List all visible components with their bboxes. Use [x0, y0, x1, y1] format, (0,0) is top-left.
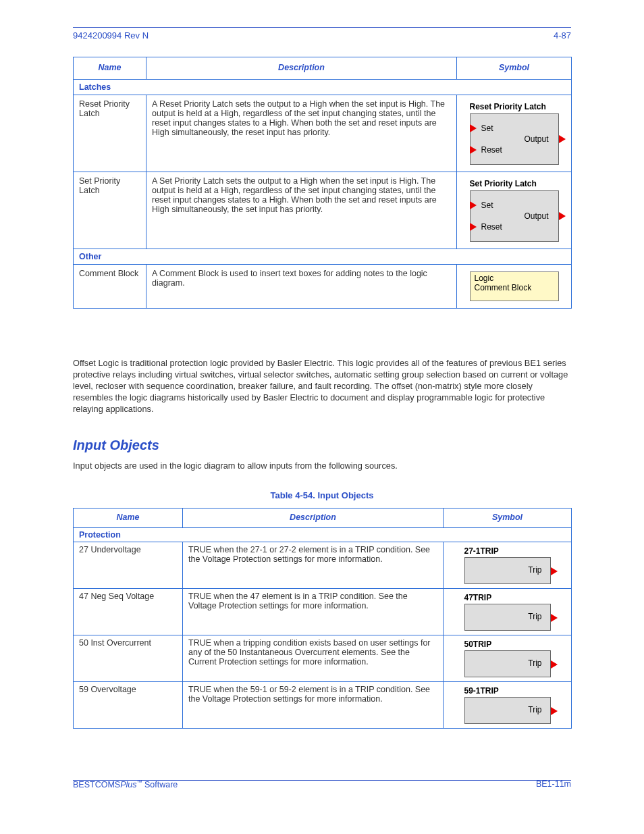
cell-desc: TRUE when the 27-1 or 27-2 element is in… — [183, 542, 444, 589]
set-priority-latch-symbol: Set Priority Latch Set Reset Output — [470, 179, 559, 242]
col-symbol: Symbol — [457, 57, 572, 80]
trip-label: Trip — [528, 565, 541, 575]
trip-symbol-59: 59-1TRIP Trip — [464, 686, 551, 724]
cell-symbol: 50TRIP Trip — [444, 635, 572, 682]
footer-left: BESTCOMSPlus™ Software — [73, 779, 178, 789]
symbol-title: Set Priority Latch — [470, 179, 559, 188]
group-latches: Latches — [74, 80, 572, 95]
input-reset-label: Reset — [481, 145, 502, 155]
cell-desc: TRUE when the 59-1 or 59-2 element is in… — [183, 682, 444, 729]
symbol-title: 47TRIP — [464, 593, 551, 602]
trip-symbol-47: 47TRIP Trip — [464, 593, 551, 631]
cell-symbol: 59-1TRIP Trip — [444, 682, 572, 729]
offset-logic-paragraph: Offset Logic is traditional protection l… — [73, 358, 571, 415]
triangle-icon — [470, 124, 477, 132]
trip-label: Trip — [528, 612, 541, 621]
col-symbol: Symbol — [444, 509, 572, 528]
cell-name: 27 Undervoltage — [74, 542, 183, 589]
triangle-icon — [551, 567, 558, 575]
trip-box: Trip — [464, 557, 551, 584]
col-desc: Description — [183, 509, 444, 528]
cell-name: Comment Block — [74, 265, 146, 309]
cell-symbol: Reset Priority Latch Set Reset Output — [457, 95, 572, 172]
footer-right: BE1-11m — [536, 779, 571, 789]
table-row: 47 Neg Seq Voltage TRUE when the 47 elem… — [74, 589, 572, 635]
cell-desc: A Set Priority Latch sets the output to … — [146, 172, 457, 249]
cell-symbol: 27-1TRIP Trip — [444, 542, 572, 589]
symbol-title: 50TRIP — [464, 640, 551, 649]
input-set-label: Set — [481, 124, 493, 133]
triangle-icon — [559, 212, 566, 220]
col-name: Name — [74, 57, 146, 80]
cell-name: Reset Priority Latch — [74, 95, 146, 172]
col-name: Name — [74, 509, 183, 528]
comment-block-symbol: Logic Comment Block — [470, 271, 559, 301]
cell-desc: TRUE when a tripping condition exists ba… — [183, 635, 444, 682]
trip-box: Trip — [464, 604, 551, 631]
page: 9424200994 Rev N 4-87 Name Description S… — [0, 0, 644, 834]
latch-box: Set Reset Output — [470, 190, 559, 242]
triangle-icon — [551, 614, 558, 622]
symbol-title: 59-1TRIP — [464, 686, 551, 696]
symbol-title: Reset Priority Latch — [470, 102, 559, 111]
output-label: Output — [524, 211, 548, 221]
comment-line2: Comment Block — [475, 283, 532, 292]
cell-name: 59 Overvoltage — [74, 682, 183, 729]
table-row: Reset Priority Latch A Reset Priority La… — [74, 95, 572, 172]
col-desc: Description — [146, 57, 457, 80]
group-label: Latches — [74, 80, 572, 95]
group-protection: Protection — [74, 528, 572, 542]
output-label: Output — [524, 134, 548, 144]
cell-name: 47 Neg Seq Voltage — [74, 589, 183, 635]
table-row: Comment Block A Comment Block is used to… — [74, 265, 572, 309]
triangle-icon — [551, 660, 558, 669]
table-row: 50 Inst Overcurrent TRUE when a tripping… — [74, 635, 572, 682]
trip-box: Trip — [464, 697, 551, 724]
input-reset-label: Reset — [481, 222, 502, 232]
table-53: Name Description Symbol Latches Reset Pr… — [73, 57, 572, 309]
triangle-icon — [470, 201, 477, 209]
footer-left-prefix: BESTCOMS — [73, 780, 120, 789]
triangle-icon — [470, 146, 477, 154]
triangle-icon — [470, 223, 477, 231]
latch-box: Set Reset Output — [470, 113, 559, 165]
trip-box: Trip — [464, 650, 551, 677]
cell-desc: TRUE when the 47 element is in a TRIP co… — [183, 589, 444, 635]
cell-desc: A Comment Block is used to insert text b… — [146, 265, 457, 309]
footer-left-suffix: Software — [142, 780, 178, 789]
table-54-caption: Table 4-54. Input Objects — [73, 490, 571, 500]
heading-input-objects: Input Objects — [73, 438, 159, 453]
triangle-icon — [559, 135, 566, 143]
trip-symbol-50: 50TRIP Trip — [464, 640, 551, 677]
table-row: Name Description Symbol — [74, 509, 572, 528]
comment-line1: Logic — [475, 273, 494, 283]
input-set-label: Set — [481, 201, 493, 210]
cell-symbol: 47TRIP Trip — [444, 589, 572, 635]
page-header: 9424200994 Rev N 4-87 — [73, 27, 571, 41]
cell-name: Set Priority Latch — [74, 172, 146, 249]
page-footer: BESTCOMSPlus™ Software BE1-11m — [73, 779, 571, 789]
trip-label: Trip — [528, 658, 541, 668]
inputs-paragraph: Input objects are used in the logic diag… — [73, 461, 571, 472]
triangle-icon — [551, 707, 558, 715]
trip-symbol-27: 27-1TRIP Trip — [464, 546, 551, 584]
header-page-num: 4-87 — [554, 30, 571, 41]
group-label: Other — [74, 249, 572, 265]
table-row: Name Description Symbol — [74, 57, 572, 80]
header-row: 9424200994 Rev N 4-87 — [73, 30, 571, 41]
reset-priority-latch-symbol: Reset Priority Latch Set Reset Output — [470, 102, 559, 165]
group-other: Other — [74, 249, 572, 265]
trip-label: Trip — [528, 705, 541, 714]
symbol-title: 27-1TRIP — [464, 546, 551, 556]
cell-name: 50 Inst Overcurrent — [74, 635, 183, 682]
table-row: 59 Overvoltage TRUE when the 59-1 or 59-… — [74, 682, 572, 729]
table-54: Name Description Symbol Protection 27 Un… — [73, 508, 572, 729]
cell-desc: A Reset Priority Latch sets the output t… — [146, 95, 457, 172]
cell-symbol: Set Priority Latch Set Reset Output — [457, 172, 572, 249]
header-doc-id: 9424200994 Rev N — [73, 30, 149, 41]
header-rule — [73, 27, 571, 28]
table-row: 27 Undervoltage TRUE when the 27-1 or 27… — [74, 542, 572, 589]
cell-symbol: Logic Comment Block — [457, 265, 572, 309]
group-label: Protection — [74, 528, 572, 542]
footer-left-tm: Plus — [120, 780, 136, 789]
